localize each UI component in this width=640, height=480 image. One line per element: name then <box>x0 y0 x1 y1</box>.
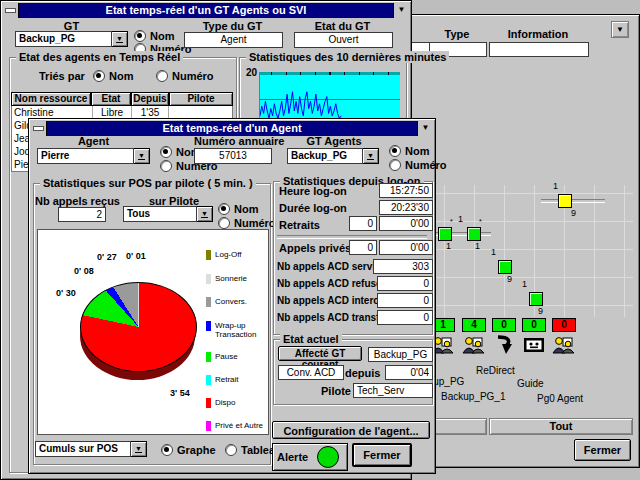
pie-label: 0' 08 <box>74 266 94 276</box>
chevron-down-icon[interactable]: ▼ <box>134 148 150 164</box>
gt-value[interactable]: Backup_PG <box>15 31 112 47</box>
etat-du-gt-label: Etat du GT <box>294 20 391 32</box>
gt-agents-label: GT Agents <box>291 135 377 147</box>
gt-node[interactable] <box>467 227 481 241</box>
node-count: 1 <box>475 242 480 251</box>
legend-item: Wrap-up Transaction <box>206 321 267 339</box>
label-backup-pg-1[interactable]: Backup_PG_1 <box>441 391 506 402</box>
pie-label: 0' 01 <box>126 251 146 261</box>
legend-swatch <box>206 398 211 408</box>
alerte-label: Alerte <box>277 451 308 463</box>
close-button[interactable]: Fermer <box>574 439 631 461</box>
acd-servis-label: Nb appels ACD servis <box>277 261 381 272</box>
node-count: 9 <box>538 307 543 316</box>
config-agent-button[interactable]: Configuration de l'agent... <box>272 421 430 439</box>
pie-panel: 0' 27 0' 01 0' 08 0' 30 3' 54 Log-Off So… <box>37 229 269 435</box>
label-pg0-agent[interactable]: Pg0 Agent <box>537 393 583 404</box>
radio-tri-nom[interactable]: Nom <box>93 70 133 82</box>
sur-pilote-combobox[interactable]: Tous ▼ <box>123 206 213 222</box>
tout-bar[interactable]: Tout <box>489 418 633 435</box>
heure-logon-label: Heure log-on <box>279 185 347 197</box>
nb-appels-label: Nb appels reçus <box>35 195 115 207</box>
window-title: Etat temps-réel d'un Agent <box>47 121 417 136</box>
status-badge: 0 <box>522 318 546 332</box>
gt-agents-value[interactable]: Backup_PG <box>287 148 363 164</box>
node-count: 9 <box>571 209 576 218</box>
gt-node[interactable] <box>438 227 452 241</box>
gt-combobox[interactable]: Backup_PG ▼ <box>15 31 128 47</box>
radio-pilote-nom[interactable]: Nom <box>218 203 258 215</box>
legend-swatch <box>206 250 211 260</box>
agent-combobox[interactable]: Pierre ▼ <box>37 148 150 164</box>
alerte-indicator: Alerte <box>272 443 348 471</box>
col-header[interactable]: Etat <box>91 92 131 106</box>
close-button[interactable]: Fermer <box>352 443 412 467</box>
acd-servis-value: 303 <box>373 259 433 274</box>
radio-gt-nom[interactable]: Nom <box>389 145 429 157</box>
duree-logon-label: Durée log-on <box>279 202 347 214</box>
legend-item: Privé et Autre <box>206 421 267 431</box>
label-redirect[interactable]: ReDirect <box>476 365 515 376</box>
etat-gt-value: Backup_PG <box>368 347 433 362</box>
legend-swatch <box>206 421 211 431</box>
chevron-down-icon[interactable]: ▼ <box>131 441 147 457</box>
radio-nom[interactable]: Nom <box>134 30 174 42</box>
pie-label: 3' 54 <box>170 388 190 398</box>
agents-icon[interactable] <box>551 333 575 359</box>
pie-label: 0' 27 <box>97 252 117 262</box>
gt-agents-combobox[interactable]: Backup_PG ▼ <box>287 148 379 164</box>
title-bar[interactable]: Etat temps-réel d'un GT Agents ou SVI ▼ <box>3 3 409 18</box>
chevron-down-icon[interactable]: ▼ <box>363 148 379 164</box>
chevron-down-icon[interactable]: ▼ <box>112 31 128 47</box>
information-field <box>489 42 589 57</box>
numero-annuaire-label: Numéro annuaire <box>194 135 284 147</box>
appels-prives-duration: 0'00 <box>379 240 433 255</box>
redirect-icon[interactable] <box>493 333 517 359</box>
radio-tri-numero[interactable]: Numéro <box>156 70 214 82</box>
radio-pilote-numero[interactable]: Numéro <box>218 217 276 229</box>
col-header[interactable]: Depuis <box>131 92 169 106</box>
gt-node[interactable] <box>529 292 543 306</box>
retraits-label: Retraits <box>279 219 320 231</box>
pilote-value: Tech_Serv <box>353 383 433 398</box>
control-menu-icon[interactable] <box>3 3 19 18</box>
depuis-label: depuis <box>345 367 380 379</box>
depuis-value: 0'04 <box>385 365 433 380</box>
label-guide[interactable]: Guide <box>517 378 544 389</box>
type-du-gt-label: Type du GT <box>184 20 281 32</box>
pilote-label: Pilote <box>321 385 351 397</box>
column-type-label: Type <box>429 28 485 40</box>
col-header[interactable]: Pilote <box>169 92 233 106</box>
col-header[interactable]: Nom ressource <box>11 92 91 106</box>
legend-swatch <box>206 321 211 331</box>
legend-swatch <box>206 352 211 362</box>
affecte-gt-button[interactable]: Affecté GT courant <box>278 346 362 361</box>
gt-node-alert[interactable] <box>558 194 572 208</box>
node-count: 1 <box>491 248 496 257</box>
etat-courant-value: Conv. ACD <box>278 365 344 380</box>
chevron-down-icon[interactable]: ▼ <box>197 206 213 222</box>
chevron-down-icon[interactable]: ▼ <box>417 121 433 136</box>
radio-graphe[interactable]: Graphe <box>161 444 216 456</box>
appels-prives-count: 0 <box>349 240 377 255</box>
title-bar[interactable]: Etat temps-réel d'un Agent ▼ <box>31 121 433 136</box>
sur-pilote-value[interactable]: Tous <box>123 206 197 222</box>
control-menu-icon[interactable] <box>31 121 47 136</box>
heure-logon-value: 15:27:50 <box>379 183 433 198</box>
node-count: 1 <box>522 280 527 289</box>
acd-transferes-value: 0 <box>377 310 433 325</box>
agent-value[interactable]: Pierre <box>37 148 134 164</box>
stats10-title: Statistiques des 10 dernières minutes <box>246 51 449 63</box>
gt-node[interactable] <box>498 260 512 274</box>
chevron-down-icon[interactable]: ▼ <box>393 3 409 18</box>
tries-par-label: Triés par <box>39 70 85 82</box>
chevron-down-icon[interactable]: ▼ <box>611 21 629 38</box>
node-count: 1 <box>553 182 558 191</box>
agents-icon[interactable] <box>461 333 485 359</box>
alert-light <box>317 446 339 468</box>
cumuls-combobox[interactable]: Cumuls sur POS ▼ <box>35 441 147 457</box>
cumuls-value[interactable]: Cumuls sur POS <box>35 441 131 457</box>
radio-gt-numero[interactable]: Numéro <box>389 159 447 171</box>
guide-tape-icon[interactable] <box>522 333 546 359</box>
legend-swatch <box>206 375 211 385</box>
